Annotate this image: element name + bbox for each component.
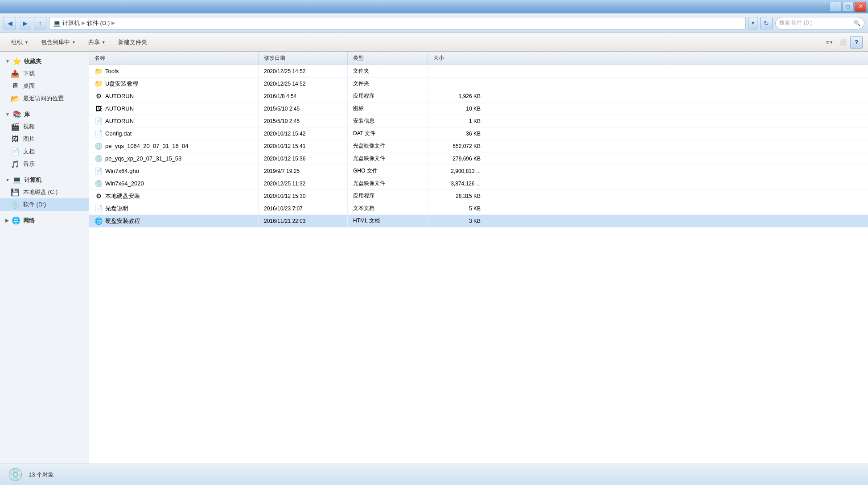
table-row[interactable]: 🖼 AUTORUN 2015/5/10 2:45 图标 10 KB (89, 103, 868, 115)
forward-button[interactable]: ▶ (19, 17, 31, 29)
file-name-cell: 🖼 AUTORUN (89, 103, 259, 115)
search-icon: 🔍 (854, 20, 860, 26)
file-date-cell: 2016/10/23 7:07 (259, 202, 348, 214)
table-row[interactable]: ⚙ AUTORUN 2016/1/8 4:54 应用程序 1,926 KB (89, 90, 868, 103)
file-name: U盘安装教程 (105, 80, 138, 88)
table-row[interactable]: 📄 光盘说明 2016/10/23 7:07 文本文档 5 KB (89, 202, 868, 215)
file-size-cell: 5 KB (428, 202, 486, 214)
status-bar: 💿 13 个对象 (0, 464, 868, 485)
title-bar-controls: ─ □ ✕ (830, 2, 866, 12)
file-name-cell: ⚙ 本地硬盘安装 (89, 190, 259, 202)
music-label: 音乐 (23, 160, 35, 168)
address-part-drive: 软件 (D:) (87, 19, 110, 27)
refresh-button[interactable]: ↻ (760, 17, 773, 29)
view-controls: ≡ ▼ ⬜ ? (823, 36, 863, 49)
preview-pane-button[interactable]: ⬜ (837, 36, 849, 49)
sidebar-item-videos[interactable]: 🎬 视频 (0, 120, 89, 133)
sidebar-section-network: ▶ 🌐 网络 (0, 214, 89, 226)
address-dropdown-button[interactable]: ▼ (749, 17, 757, 29)
file-name-cell: 💿 Win7x64_2020 (89, 177, 259, 189)
computer-icon: 💻 (12, 176, 21, 184)
file-type-cell: HTML 文档 (348, 215, 428, 227)
table-row[interactable]: 📄 AUTORUN 2015/5/10 2:45 安装信息 1 KB (89, 115, 868, 127)
downloads-icon: 📥 (11, 69, 20, 78)
search-box[interactable]: 搜索 软件 (D:) 🔍 (775, 17, 864, 29)
table-row[interactable]: 📄 Win7x64.gho 2019/9/7 19:25 GHO 文件 2,90… (89, 165, 868, 177)
up-button[interactable]: ↑ (34, 17, 46, 29)
sidebar-header-favorites[interactable]: ▼ ⭐ 收藏夹 (0, 55, 89, 67)
file-size-cell: 652,072 KB (428, 140, 486, 152)
col-header-size[interactable]: 大小 (428, 52, 486, 65)
sidebar-item-images[interactable]: 🖼 图片 (0, 133, 89, 145)
file-size-cell: 279,696 KB (428, 152, 486, 164)
minimize-button[interactable]: ─ (830, 2, 841, 12)
close-button[interactable]: ✕ (855, 2, 866, 12)
sidebar-header-library[interactable]: ▼ 📚 库 (0, 108, 89, 120)
sidebar-header-network[interactable]: ▶ 🌐 网络 (0, 214, 89, 226)
table-row[interactable]: ⚙ 本地硬盘安装 2020/10/12 15:30 应用程序 28,315 KB (89, 190, 868, 202)
drive-c-icon: 💾 (11, 188, 20, 197)
file-name-cell: ⚙ AUTORUN (89, 90, 259, 102)
videos-icon: 🎬 (11, 122, 20, 131)
file-type-cell: 文件夹 (348, 78, 428, 90)
table-row[interactable]: 💿 Win7x64_2020 2020/12/25 11:32 光盘映像文件 3… (89, 177, 868, 190)
sidebar-item-drive-d[interactable]: 💿 软件 (D:) (0, 198, 89, 211)
help-button[interactable]: ? (850, 36, 863, 49)
file-name: AUTORUN (105, 93, 134, 99)
file-type-cell: GHO 文件 (348, 165, 428, 177)
sidebar-header-computer[interactable]: ▼ 💻 计算机 (0, 174, 89, 186)
file-icon: 📄 (95, 130, 103, 138)
table-row[interactable]: 📁 Tools 2020/12/25 14:52 文件夹 (89, 65, 868, 78)
file-area: 名称 修改日期 类型 大小 📁 Tools 2020/12/25 14:52 文… (89, 52, 868, 464)
drive-d-icon: 💿 (11, 200, 20, 209)
new-folder-button[interactable]: 新建文件夹 (112, 35, 153, 49)
file-icon: 📄 (95, 117, 103, 125)
organize-button[interactable]: 组织 ▼ (5, 35, 34, 49)
view-toggle-button[interactable]: ≡ ▼ (823, 36, 836, 49)
expand-arrow-comp: ▼ (5, 177, 10, 182)
address-path[interactable]: 💻 计算机 ▶ 软件 (D:) ▶ (49, 17, 746, 29)
share-button[interactable]: 共享 ▼ (82, 35, 111, 49)
col-header-name[interactable]: 名称 (89, 52, 259, 65)
maximize-button[interactable]: □ (842, 2, 854, 12)
file-name: 光盘说明 (105, 205, 128, 213)
file-date-cell: 2019/9/7 19:25 (259, 165, 348, 177)
table-row[interactable]: 🌐 硬盘安装教程 2016/11/21 22:03 HTML 文档 3 KB (89, 215, 868, 227)
library-button[interactable]: 包含到库中 ▼ (35, 35, 82, 49)
file-size-cell: 28,315 KB (428, 190, 486, 202)
status-icon: 💿 (7, 467, 23, 483)
favorites-label: 收藏夹 (24, 58, 41, 66)
file-name-cell: 💿 pe_yqs_1064_20_07_31_16_04 (89, 140, 259, 152)
col-header-type[interactable]: 类型 (348, 52, 428, 65)
sidebar-item-drive-c[interactable]: 💾 本地磁盘 (C:) (0, 186, 89, 198)
back-button[interactable]: ◀ (4, 17, 16, 29)
toolbar: 组织 ▼ 包含到库中 ▼ 共享 ▼ 新建文件夹 ≡ ▼ ⬜ ? (0, 33, 868, 52)
file-icon: 🖼 (95, 105, 103, 113)
file-date-cell: 2020/10/12 15:30 (259, 190, 348, 202)
computer-label: 计算机 (24, 176, 41, 184)
table-row[interactable]: 💿 pe_yqs_xp_20_07_31_15_53 2020/10/12 15… (89, 152, 868, 165)
file-type-cell: 应用程序 (348, 190, 428, 202)
sidebar-item-docs[interactable]: 📄 文档 (0, 145, 89, 158)
file-name-cell: 📄 Win7x64.gho (89, 165, 259, 177)
file-name-cell: 📄 光盘说明 (89, 202, 259, 214)
file-icon: 📁 (95, 80, 103, 88)
file-name: AUTORUN (105, 105, 134, 112)
file-type-cell: 安装信息 (348, 115, 428, 127)
file-icon: 📁 (95, 67, 103, 75)
sidebar: ▼ ⭐ 收藏夹 📥 下载 🖥 桌面 📂 最近访问的位置 ▼ 📚 库 (0, 52, 89, 464)
file-size-cell: 1,926 KB (428, 90, 486, 102)
table-row[interactable]: 💿 pe_yqs_1064_20_07_31_16_04 2020/10/12 … (89, 140, 868, 152)
network-icon: 🌐 (12, 216, 21, 225)
sidebar-item-downloads[interactable]: 📥 下载 (0, 67, 89, 80)
sidebar-item-recent[interactable]: 📂 最近访问的位置 (0, 92, 89, 105)
file-icon: 🌐 (95, 217, 103, 225)
sidebar-item-desktop[interactable]: 🖥 桌面 (0, 80, 89, 92)
sidebar-section-favorites: ▼ ⭐ 收藏夹 📥 下载 🖥 桌面 📂 最近访问的位置 (0, 55, 89, 105)
sidebar-item-music[interactable]: 🎵 音乐 (0, 158, 89, 170)
search-placeholder: 搜索 软件 (D:) (779, 19, 813, 27)
table-row[interactable]: 📁 U盘安装教程 2020/12/25 14:52 文件夹 (89, 78, 868, 90)
table-row[interactable]: 📄 Config.dat 2020/10/12 15:42 DAT 文件 36 … (89, 127, 868, 140)
col-header-date[interactable]: 修改日期 (259, 52, 348, 65)
title-bar: ─ □ ✕ (0, 0, 868, 13)
